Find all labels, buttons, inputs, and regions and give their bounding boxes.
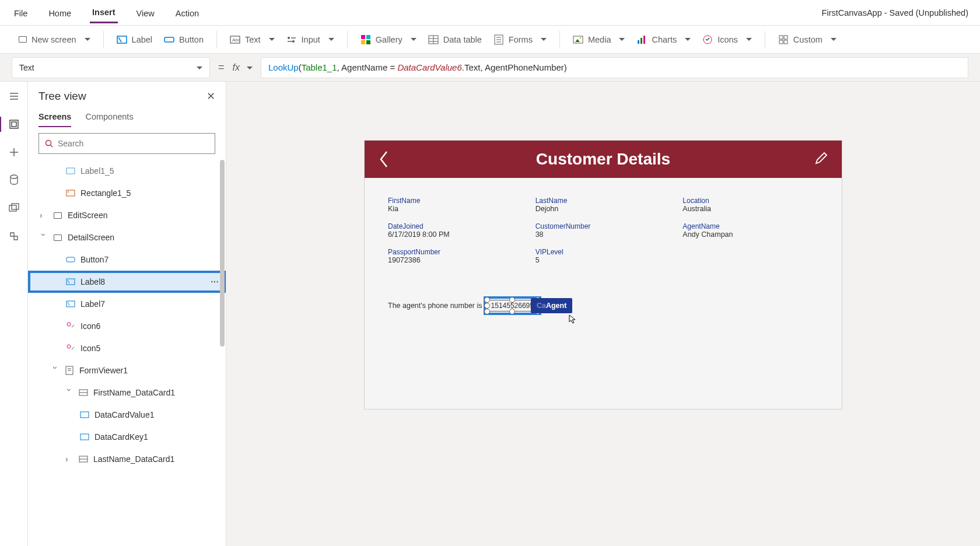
back-icon[interactable] bbox=[377, 149, 390, 169]
tree-item-label7[interactable]: Label7 bbox=[28, 293, 226, 315]
chevron-down-icon: › bbox=[65, 388, 74, 397]
fx-icon[interactable]: fx bbox=[233, 62, 253, 73]
scrollbar-thumb[interactable] bbox=[220, 160, 225, 346]
call-agent-button[interactable]: CaAgent bbox=[531, 298, 572, 313]
label-icon bbox=[79, 410, 90, 420]
insert-icons-button[interactable]: Icons bbox=[702, 34, 752, 45]
new-screen-button[interactable]: New screen bbox=[19, 35, 90, 44]
search-input[interactable] bbox=[58, 139, 209, 148]
tab-components[interactable]: Components bbox=[85, 106, 133, 127]
tree-view-icon[interactable] bbox=[8, 118, 20, 131]
custom-icon bbox=[778, 34, 789, 45]
property-selector[interactable]: Text bbox=[12, 57, 210, 78]
insert-datatable-button[interactable]: Data table bbox=[428, 34, 482, 45]
formula-input[interactable]: LookUp(Table1_1, AgentName = DataCardVal… bbox=[261, 57, 968, 78]
svg-point-6 bbox=[292, 40, 295, 43]
close-icon[interactable]: ✕ bbox=[206, 90, 215, 103]
svg-line-41 bbox=[51, 145, 53, 148]
edit-icon[interactable] bbox=[814, 152, 829, 167]
label-lastname: LastName bbox=[536, 197, 671, 205]
tree-item-datacardvalue1[interactable]: DataCardValue1 bbox=[28, 404, 226, 426]
data-icon[interactable] bbox=[8, 174, 20, 187]
cursor-icon bbox=[569, 314, 577, 324]
ribbon: New screen Label Button Abc Text Input G… bbox=[0, 26, 980, 54]
tree-item-detailscreen[interactable]: › DetailScreen bbox=[28, 226, 226, 249]
svg-rect-33 bbox=[10, 120, 18, 128]
svg-rect-26 bbox=[779, 36, 783, 39]
svg-rect-56 bbox=[80, 434, 89, 440]
tree-item-rectangle1-5[interactable]: Rectangle1_5 bbox=[28, 182, 226, 204]
input-icon bbox=[286, 34, 297, 45]
value-vip: 5 bbox=[536, 256, 671, 264]
tree-item-icon6[interactable]: Icon6 bbox=[28, 315, 226, 337]
insert-button-button[interactable]: Button bbox=[164, 34, 204, 45]
tab-screens[interactable]: Screens bbox=[38, 106, 71, 127]
menu-home[interactable]: Home bbox=[46, 3, 74, 23]
tree-search[interactable] bbox=[38, 133, 215, 154]
label-location: Location bbox=[682, 197, 818, 205]
menu-view[interactable]: View bbox=[134, 3, 157, 23]
svg-rect-8 bbox=[361, 35, 365, 39]
svg-rect-20 bbox=[573, 36, 583, 43]
tree-title: Tree view bbox=[38, 90, 86, 103]
icons-icon bbox=[702, 34, 713, 45]
svg-rect-39 bbox=[12, 204, 19, 209]
insert-charts-button[interactable]: Charts bbox=[636, 34, 691, 45]
chevron-down-icon: › bbox=[39, 233, 48, 242]
label-custnum: CustomerNumber bbox=[536, 222, 671, 230]
chevron-right-icon: › bbox=[65, 454, 74, 464]
app-canvas[interactable]: Customer Details FirstName Kia LastName … bbox=[364, 140, 842, 410]
app-title: FirstCanvasApp - Saved (Unpublished) bbox=[822, 8, 968, 18]
menu-file[interactable]: File bbox=[12, 3, 30, 23]
page-title: Customer Details bbox=[536, 150, 670, 169]
advanced-icon[interactable] bbox=[8, 230, 20, 243]
label-icon bbox=[79, 432, 90, 442]
value-lastname: Dejohn bbox=[536, 205, 671, 213]
icon-icon bbox=[65, 343, 76, 354]
form-icon bbox=[64, 365, 75, 376]
left-rail bbox=[0, 82, 28, 546]
insert-forms-button[interactable]: Forms bbox=[494, 34, 547, 45]
tree-item-label8[interactable]: Label8 ⋯ bbox=[28, 271, 226, 293]
svg-rect-23 bbox=[638, 40, 639, 44]
tree-item-button7[interactable]: Button7 bbox=[28, 249, 226, 271]
add-icon[interactable] bbox=[8, 146, 20, 159]
forms-icon bbox=[494, 34, 504, 45]
svg-rect-11 bbox=[366, 40, 370, 44]
gallery-icon bbox=[360, 34, 371, 45]
insert-custom-button[interactable]: Custom bbox=[778, 34, 836, 45]
tree-item-icon5[interactable]: Icon5 bbox=[28, 337, 226, 359]
tree-item-label1-5[interactable]: Label1_5 bbox=[28, 160, 226, 182]
tree-item-lastname-datacard1[interactable]: › LastName_DataCard1 bbox=[28, 448, 226, 470]
hamburger-icon[interactable] bbox=[8, 90, 20, 103]
search-icon bbox=[45, 139, 53, 148]
svg-rect-42 bbox=[66, 168, 75, 174]
canvas-area: Customer Details FirstName Kia LastName … bbox=[226, 82, 980, 546]
svg-text:Abc: Abc bbox=[232, 37, 240, 43]
insert-label-button[interactable]: Label bbox=[117, 34, 152, 45]
menu-action[interactable]: Action bbox=[173, 3, 201, 23]
screen-icon bbox=[52, 210, 63, 220]
insert-input-button[interactable]: Input bbox=[286, 34, 334, 45]
label-vip: VIPLevel bbox=[536, 248, 671, 256]
screen-icon bbox=[19, 36, 27, 43]
more-icon[interactable]: ⋯ bbox=[211, 277, 220, 286]
tree-item-firstname-datacard1[interactable]: › FirstName_DataCard1 bbox=[28, 382, 226, 404]
media-rail-icon[interactable] bbox=[8, 202, 20, 215]
svg-point-37 bbox=[10, 175, 18, 178]
svg-rect-28 bbox=[779, 40, 783, 44]
tree-item-datacardkey1[interactable]: DataCardKey1 bbox=[28, 426, 226, 448]
insert-text-button[interactable]: Abc Text bbox=[230, 34, 275, 45]
tree-item-editscreen[interactable]: › EditScreen bbox=[28, 204, 226, 226]
property-name: Text bbox=[19, 63, 34, 72]
menu-insert[interactable]: Insert bbox=[90, 2, 118, 23]
insert-media-button[interactable]: Media bbox=[573, 34, 625, 45]
svg-rect-25 bbox=[643, 36, 645, 44]
icon-icon bbox=[65, 321, 76, 331]
screen-icon bbox=[52, 232, 63, 243]
charts-icon bbox=[636, 34, 647, 45]
agent-phone-prefix: The agent's phone number is bbox=[388, 302, 482, 310]
tree-item-formviewer1[interactable]: › FormViewer1 bbox=[28, 359, 226, 382]
datacard-icon bbox=[78, 454, 89, 464]
insert-gallery-button[interactable]: Gallery bbox=[360, 34, 416, 45]
